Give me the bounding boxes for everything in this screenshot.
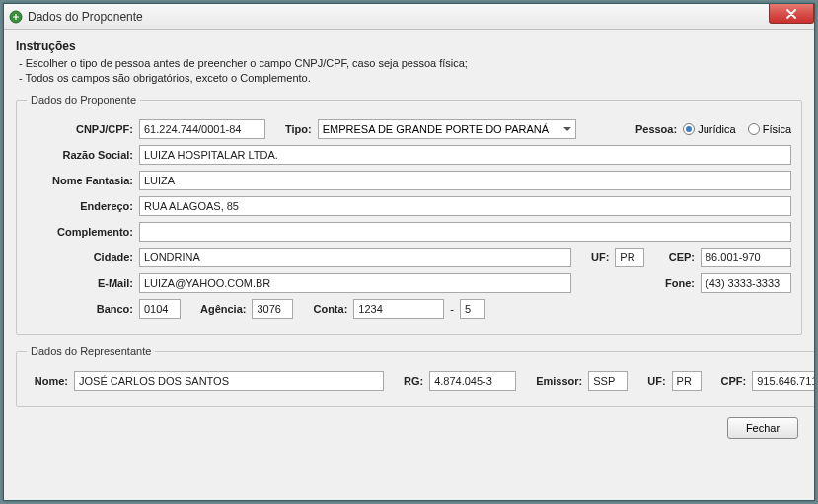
uf-cidade-input[interactable] bbox=[615, 248, 644, 267]
nome-fantasia-input[interactable] bbox=[139, 171, 791, 190]
representante-fieldset: Dados do Representante Nome: RG: Emissor… bbox=[16, 345, 814, 407]
conta-input[interactable] bbox=[353, 299, 444, 319]
label-rep-nome: Nome: bbox=[27, 375, 68, 387]
chevron-down-icon bbox=[563, 127, 571, 131]
tipo-select[interactable]: EMPRESA DE GRANDE PORTE DO PARANÁ bbox=[318, 119, 576, 139]
proponente-legend: Dados do Proponente bbox=[27, 94, 140, 106]
label-nome-fantasia: Nome Fantasia: bbox=[27, 175, 133, 186]
cep-input[interactable] bbox=[701, 248, 791, 267]
conta-separator: - bbox=[450, 303, 454, 315]
agencia-input[interactable] bbox=[252, 299, 293, 319]
pessoa-radio-group: Jurídica Física bbox=[683, 123, 791, 135]
label-rep-emissor: Emissor: bbox=[536, 375, 582, 387]
endereco-input[interactable] bbox=[139, 196, 791, 216]
label-conta: Conta: bbox=[313, 303, 347, 315]
email-input[interactable] bbox=[139, 273, 571, 293]
representante-legend: Dados do Representante bbox=[27, 345, 155, 357]
radio-fisica-label: Física bbox=[763, 123, 791, 135]
label-rep-uf: UF: bbox=[647, 375, 665, 387]
label-complemento: Complemento: bbox=[27, 226, 133, 238]
rep-cpf-input[interactable] bbox=[752, 371, 814, 391]
label-uf-cidade: UF: bbox=[591, 252, 609, 263]
instruction-line-1: - Escolher o tipo de pessoa antes de pre… bbox=[19, 57, 802, 69]
label-fone: Fone: bbox=[665, 277, 695, 289]
app-window: Dados do Proponente Instruções - Escolhe… bbox=[3, 3, 815, 501]
label-pessoa: Pessoa: bbox=[635, 123, 677, 135]
cnpj-cpf-input[interactable] bbox=[139, 119, 265, 139]
rep-nome-input[interactable] bbox=[74, 371, 384, 391]
close-icon bbox=[785, 9, 797, 19]
proponente-fieldset: Dados do Proponente CNPJ/CPF: Tipo: EMPR… bbox=[16, 94, 802, 335]
radio-fisica[interactable]: Física bbox=[748, 123, 791, 135]
label-endereco: Endereço: bbox=[27, 200, 133, 212]
label-email: E-Mail: bbox=[27, 277, 133, 289]
label-cidade: Cidade: bbox=[27, 252, 133, 263]
complemento-input[interactable] bbox=[139, 222, 791, 242]
radio-icon bbox=[748, 123, 760, 135]
label-cnpj-cpf: CNPJ/CPF: bbox=[27, 123, 133, 135]
tipo-selected-text: EMPRESA DE GRANDE PORTE DO PARANÁ bbox=[323, 123, 549, 135]
content-area: Instruções - Escolher o tipo de pessoa a… bbox=[4, 30, 814, 500]
rep-emissor-input[interactable] bbox=[588, 371, 628, 391]
fone-input[interactable] bbox=[701, 273, 791, 293]
close-window-button[interactable] bbox=[769, 4, 814, 24]
label-razao-social: Razão Social: bbox=[27, 149, 133, 161]
app-icon bbox=[8, 9, 24, 25]
label-agencia: Agência: bbox=[200, 303, 246, 315]
rep-uf-input[interactable] bbox=[672, 371, 702, 391]
label-rep-rg: RG: bbox=[404, 375, 423, 387]
label-banco: Banco: bbox=[27, 303, 133, 315]
rep-rg-input[interactable] bbox=[429, 371, 516, 391]
banco-input[interactable] bbox=[139, 299, 181, 319]
razao-social-input[interactable] bbox=[139, 145, 791, 165]
cidade-input[interactable] bbox=[139, 248, 571, 267]
titlebar: Dados do Proponente bbox=[4, 4, 814, 30]
instructions-header: Instruções bbox=[16, 39, 802, 53]
close-button[interactable]: Fechar bbox=[727, 417, 798, 439]
window-title: Dados do Proponente bbox=[28, 10, 143, 24]
label-rep-cpf: CPF: bbox=[721, 375, 747, 387]
conta-dv-input[interactable] bbox=[460, 299, 485, 319]
label-tipo: Tipo: bbox=[285, 123, 312, 135]
label-cep: CEP: bbox=[669, 252, 695, 263]
instruction-line-2: - Todos os campos são obrigatórios, exce… bbox=[19, 72, 802, 84]
radio-juridica-label: Jurídica bbox=[698, 123, 736, 135]
footer: Fechar bbox=[16, 407, 802, 441]
radio-icon bbox=[683, 123, 695, 135]
radio-juridica[interactable]: Jurídica bbox=[683, 123, 736, 135]
